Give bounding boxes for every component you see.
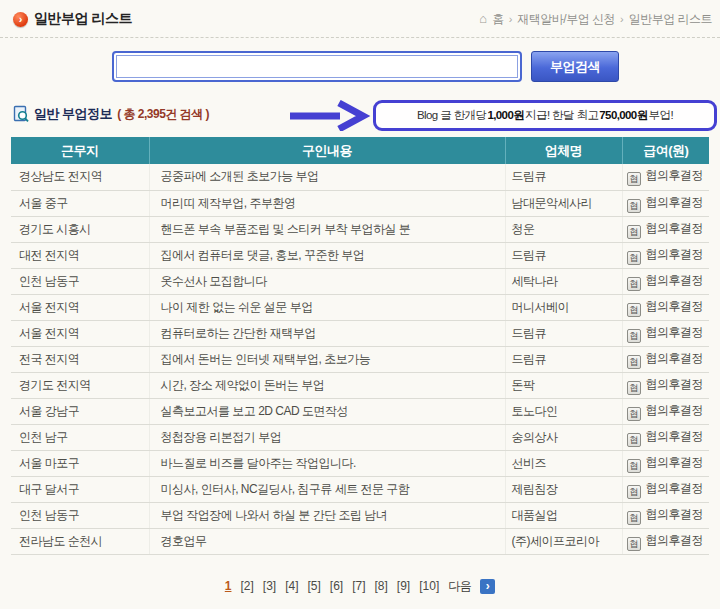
page-link[interactable]: [8] xyxy=(375,579,388,593)
cell-job-description[interactable]: 공중파에 소개된 초보가능 부업 xyxy=(149,164,505,190)
cell-pay: 협협의후결정 xyxy=(622,372,709,398)
info-row: 일반 부업정보 ( 총 2,395건 검색 ) Blog 글 한개당 1,000… xyxy=(0,100,720,131)
cell-company: 세탁나라 xyxy=(505,268,622,294)
cell-job-description[interactable]: 나이 제한 없는 쉬운 설문 부업 xyxy=(149,294,505,320)
pagination: 1 [2][3][4][5][6][7][8][9][10] 다음 › xyxy=(0,578,720,595)
cell-pay: 협협의후결정 xyxy=(622,294,709,320)
cell-pay: 협협의후결정 xyxy=(622,164,709,190)
cell-job-description[interactable]: 실측보고서를 보고 2D CAD 도면작성 xyxy=(149,398,505,424)
promo-text: 부업! xyxy=(649,108,673,123)
pay-text: 협의후결정 xyxy=(646,455,704,469)
cell-company: 드림큐 xyxy=(505,242,622,268)
cell-job-description[interactable]: 옷수선사 모집합니다 xyxy=(149,268,505,294)
title-wrap: › 일반부업 리스트 xyxy=(13,10,132,28)
negotiation-badge-icon: 협 xyxy=(627,329,641,343)
table-row: 경기도 전지역시간, 장소 제약없이 돈버는 부업돈팍협협의후결정 xyxy=(11,372,709,398)
next-page-link[interactable]: 다음 xyxy=(448,578,471,595)
page-link[interactable]: [4] xyxy=(285,579,298,593)
cell-company: 드림큐 xyxy=(505,320,622,346)
table-row: 전국 전지역집에서 돈버는 인터넷 재택부업, 초보가능드림큐협협의후결정 xyxy=(11,346,709,372)
page-link[interactable]: [6] xyxy=(330,579,343,593)
cell-pay: 협협의후결정 xyxy=(622,268,709,294)
page-link[interactable]: [5] xyxy=(307,579,320,593)
table-row: 경기도 시흥시핸드폰 부속 부품조립 및 스티커 부착 부업하실 분청운협협의후… xyxy=(11,216,709,242)
cell-company: (주)세이프코리아 xyxy=(505,528,622,554)
cell-location: 대전 전지역 xyxy=(11,242,149,268)
negotiation-badge-icon: 협 xyxy=(627,199,641,213)
cell-job-description[interactable]: 집에서 컴퓨터로 댓글, 홍보, 꾸준한 부업 xyxy=(149,242,505,268)
cell-location: 전국 전지역 xyxy=(11,346,149,372)
promo-text: 지급! 한달 최고 xyxy=(525,108,598,123)
next-page-icon[interactable]: › xyxy=(480,579,495,594)
cell-company: 청운 xyxy=(505,216,622,242)
cell-job-description[interactable]: 핸드폰 부속 부품조립 및 스티커 부착 부업하실 분 xyxy=(149,216,505,242)
cell-location: 서울 마포구 xyxy=(11,450,149,476)
cell-pay: 협협의후결정 xyxy=(622,502,709,528)
breadcrumb: ⌂ 홈 › 재택알바/부업 신청 › 일반부업 리스트 xyxy=(479,11,712,28)
table-row: 서울 전지역컴퓨터로하는 간단한 재택부업드림큐협협의후결정 xyxy=(11,320,709,346)
cell-location: 경기도 전지역 xyxy=(11,372,149,398)
page-link[interactable]: [2] xyxy=(240,579,253,593)
search-input[interactable] xyxy=(112,51,522,82)
negotiation-badge-icon: 협 xyxy=(627,225,641,239)
negotiation-badge-icon: 협 xyxy=(627,172,641,186)
cell-location: 전라남도 순천시 xyxy=(11,528,149,554)
cell-job-description[interactable]: 시간, 장소 제약없이 돈버는 부업 xyxy=(149,372,505,398)
pay-text: 협의후결정 xyxy=(646,247,704,261)
cell-company: 드림큐 xyxy=(505,164,622,190)
negotiation-badge-icon: 협 xyxy=(627,251,641,265)
cell-job-description[interactable]: 집에서 돈버는 인터넷 재택부업, 초보가능 xyxy=(149,346,505,372)
section-title: 일반 부업정보 xyxy=(34,105,112,123)
page-title: 일반부업 리스트 xyxy=(34,10,132,28)
pay-text: 협의후결정 xyxy=(646,429,704,443)
negotiation-badge-icon: 협 xyxy=(627,303,641,317)
page-current[interactable]: 1 xyxy=(225,579,232,593)
breadcrumb-home[interactable]: 홈 xyxy=(492,11,504,28)
cell-job-description[interactable]: 컴퓨터로하는 간단한 재택부업 xyxy=(149,320,505,346)
pay-text: 협의후결정 xyxy=(646,403,704,417)
table-row: 인천 남동구옷수선사 모집합니다세탁나라협협의후결정 xyxy=(11,268,709,294)
negotiation-badge-icon: 협 xyxy=(627,459,641,473)
page-link[interactable]: [3] xyxy=(263,579,276,593)
table-row: 전라남도 순천시경호업무(주)세이프코리아협협의후결정 xyxy=(11,528,709,554)
cell-job-description[interactable]: 부업 작업장에 나와서 하실 분 간단 조립 남녀 xyxy=(149,502,505,528)
table-row: 인천 남동구부업 작업장에 나와서 하실 분 간단 조립 남녀대품실업협협의후결… xyxy=(11,502,709,528)
table-row: 서울 중구머리띠 제작부업, 주부환영남대문악세사리협협의후결정 xyxy=(11,190,709,216)
search-button[interactable]: 부업검색 xyxy=(531,51,619,82)
pay-text: 협의후결정 xyxy=(646,273,704,287)
search-row: 부업검색 xyxy=(112,51,720,83)
table-row: 대전 전지역집에서 컴퓨터로 댓글, 홍보, 꾸준한 부업드림큐협협의후결정 xyxy=(11,242,709,268)
breadcrumb-item-apply[interactable]: 재택알바/부업 신청 xyxy=(517,11,615,28)
cell-pay: 협협의후결정 xyxy=(622,424,709,450)
promo-banner[interactable]: Blog 글 한개당 1,000원 지급! 한달 최고 750,000원 부업! xyxy=(373,100,717,131)
promo-amount-per-post: 1,000원 xyxy=(487,108,524,123)
pay-text: 협의후결정 xyxy=(646,299,704,313)
breadcrumb-current: 일반부업 리스트 xyxy=(629,11,712,28)
negotiation-badge-icon: 협 xyxy=(627,537,641,551)
cell-location: 서울 전지역 xyxy=(11,294,149,320)
cell-job-description[interactable]: 경호업무 xyxy=(149,528,505,554)
table-row: 서울 전지역나이 제한 없는 쉬운 설문 부업머니서베이협협의후결정 xyxy=(11,294,709,320)
table-header-row: 근무지구인내용업체명급여(원) xyxy=(11,137,709,164)
page-link[interactable]: [7] xyxy=(352,579,365,593)
cell-location: 인천 남구 xyxy=(11,424,149,450)
job-table: 근무지구인내용업체명급여(원) 경상남도 전지역공중파에 소개된 초보가능 부업… xyxy=(11,137,709,555)
cell-job-description[interactable]: 바느질로 비즈를 달아주는 작업입니다. xyxy=(149,450,505,476)
page: › 일반부업 리스트 ⌂ 홈 › 재택알바/부업 신청 › 일반부업 리스트 부… xyxy=(0,0,720,609)
table-row: 경상남도 전지역공중파에 소개된 초보가능 부업드림큐협협의후결정 xyxy=(11,164,709,190)
page-link[interactable]: [9] xyxy=(397,579,410,593)
result-count: ( 총 2,395건 검색 ) xyxy=(117,106,209,123)
table-row: 인천 남구청첩장용 리본접기 부업숭의상사협협의후결정 xyxy=(11,424,709,450)
cell-job-description[interactable]: 청첩장용 리본접기 부업 xyxy=(149,424,505,450)
cell-location: 경상남도 전지역 xyxy=(11,164,149,190)
page-link[interactable]: [10] xyxy=(419,579,439,593)
negotiation-badge-icon: 협 xyxy=(627,433,641,447)
column-header: 구인내용 xyxy=(149,137,505,164)
cell-job-description[interactable]: 미싱사, 인터사, NC길딩사, 침구류 세트 전문 구함 xyxy=(149,476,505,502)
table-row: 서울 강남구실측보고서를 보고 2D CAD 도면작성토노다인협협의후결정 xyxy=(11,398,709,424)
cell-location: 인천 남동구 xyxy=(11,502,149,528)
negotiation-badge-icon: 협 xyxy=(627,407,641,421)
pay-text: 협의후결정 xyxy=(646,377,704,391)
cell-job-description[interactable]: 머리띠 제작부업, 주부환영 xyxy=(149,190,505,216)
table-row: 대구 달서구미싱사, 인터사, NC길딩사, 침구류 세트 전문 구함제림침장협… xyxy=(11,476,709,502)
